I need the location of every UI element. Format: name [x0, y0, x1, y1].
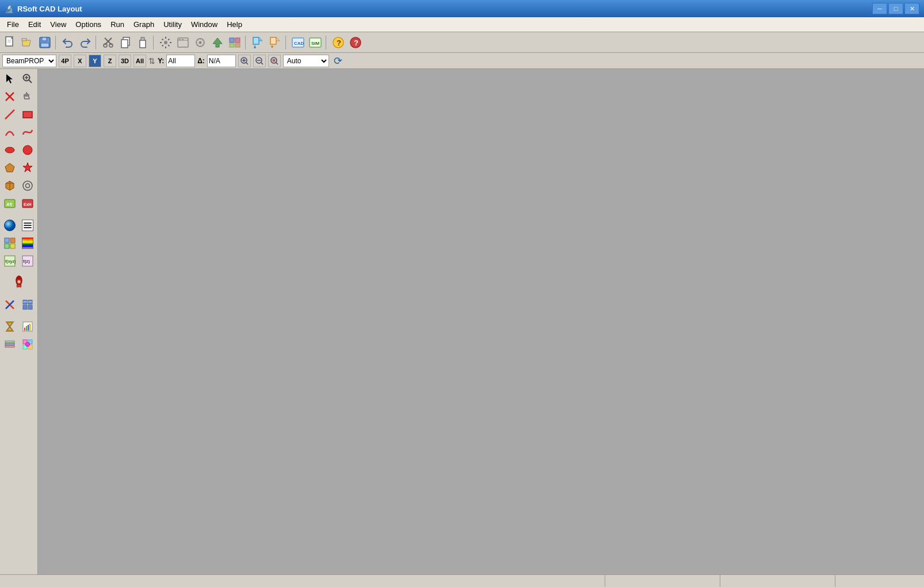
menu-graph[interactable]: Graph	[129, 19, 159, 30]
rocket-tool-button[interactable]	[1, 274, 36, 291]
text-tool-button[interactable]: A¶	[1, 195, 18, 212]
zoom-fit-button[interactable]	[268, 55, 281, 67]
title-bar: 🔬 RSoft CAD Layout ─ □ ✕	[0, 0, 924, 17]
3d-button[interactable]: 3D	[119, 55, 131, 67]
svg-marker-23	[213, 38, 222, 47]
cut-button[interactable]	[100, 34, 116, 51]
gear1-button[interactable]	[158, 34, 174, 51]
svg-text:?: ?	[337, 39, 341, 47]
grid-tool-button[interactable]	[1, 235, 18, 252]
redo-button[interactable]	[77, 34, 93, 51]
circle-tool-button[interactable]	[19, 141, 36, 159]
line-tool-button[interactable]	[1, 106, 18, 123]
menu-view[interactable]: View	[45, 19, 71, 30]
svg-text:ExH: ExH	[24, 202, 32, 206]
rect-tool-button[interactable]	[19, 106, 36, 123]
ring-tool-button[interactable]	[19, 177, 36, 194]
menu-file[interactable]: File	[2, 19, 24, 30]
select-cursor-button[interactable]	[1, 70, 18, 87]
arrange-button[interactable]	[227, 34, 243, 51]
help1-button[interactable]: ?	[330, 34, 346, 51]
all-button[interactable]: All	[133, 55, 146, 67]
puzzle-tool-button[interactable]	[19, 336, 36, 353]
close-button[interactable]: ✕	[904, 3, 919, 14]
4p-button[interactable]: 4P	[59, 55, 71, 67]
sim-button[interactable]: SIM	[307, 34, 323, 51]
svg-text:SIM: SIM	[311, 41, 320, 46]
list-tool-button[interactable]	[19, 217, 36, 234]
menu-options[interactable]: Options	[71, 19, 106, 30]
menu-help[interactable]: Help	[222, 19, 247, 30]
shape3d-tool-button[interactable]	[1, 177, 18, 194]
svg-rect-15	[142, 37, 144, 39]
chart-tool-button[interactable]	[19, 318, 36, 335]
cross-tool-button[interactable]	[1, 88, 18, 105]
status-seg-3	[720, 575, 835, 587]
open-button[interactable]	[20, 34, 36, 51]
refresh-button[interactable]: ⟳	[331, 54, 345, 68]
new-button[interactable]	[2, 34, 18, 51]
delta-input[interactable]	[207, 55, 236, 67]
up-arrow-button[interactable]	[209, 34, 226, 51]
svg-text:f(xyz): f(xyz)	[5, 259, 16, 264]
ellipse-tool-button[interactable]	[1, 141, 18, 159]
hourglass-tool-button[interactable]	[1, 318, 18, 335]
hand-tool-button[interactable]	[19, 88, 36, 105]
help2-button[interactable]: ?	[348, 34, 364, 51]
mode-select[interactable]: BeamPROP FullWAVE BandSOLVE DiffractMOD	[2, 55, 56, 67]
svg-line-49	[261, 62, 263, 64]
colorbar-tool-button[interactable]	[19, 235, 36, 252]
svg-rect-79	[5, 244, 9, 248]
svg-rect-78	[10, 238, 15, 243]
restore-button[interactable]: □	[888, 3, 903, 14]
svg-rect-87	[17, 285, 21, 287]
copy-button[interactable]	[117, 34, 133, 51]
y-input[interactable]	[166, 55, 195, 67]
menu-window[interactable]: Window	[186, 19, 222, 30]
cross2-tool-button[interactable]	[1, 296, 18, 313]
z-button[interactable]: Z	[104, 55, 116, 67]
sep2	[96, 36, 98, 49]
star-tool-button[interactable]	[19, 159, 36, 177]
x-button[interactable]: X	[74, 55, 86, 67]
export-button[interactable]	[250, 34, 266, 51]
svg-point-66	[23, 145, 32, 155]
layers-tool-button[interactable]	[1, 336, 18, 353]
curve-tool-button[interactable]	[19, 124, 36, 141]
zoom-out-button[interactable]	[253, 55, 266, 67]
paste-button[interactable]	[135, 34, 151, 51]
grid2-tool-button[interactable]	[19, 296, 36, 313]
gear2-button[interactable]	[175, 34, 191, 51]
minimize-button[interactable]: ─	[872, 3, 887, 14]
globe-tool-button[interactable]	[1, 217, 18, 234]
menu-run[interactable]: Run	[106, 19, 129, 30]
svg-rect-25	[235, 38, 240, 43]
polygon-tool-button[interactable]	[1, 159, 18, 177]
lt-row-3	[1, 106, 36, 123]
zoom-select[interactable]: Auto 25% 50% 75% 100% 150% 200%	[283, 55, 329, 67]
extrude-tool-button[interactable]: ExH	[19, 195, 36, 212]
zoom-tool-button[interactable]	[19, 70, 36, 87]
menu-edit[interactable]: Edit	[24, 19, 45, 30]
lt-sep-2	[1, 270, 36, 274]
function-tool-button[interactable]: f(z)	[19, 252, 36, 270]
cad-button[interactable]: CAD	[290, 34, 306, 51]
xyz-tool-button[interactable]: f(xyz)	[1, 252, 18, 270]
undo-button[interactable]	[60, 34, 76, 51]
y-button[interactable]: Y	[89, 55, 101, 67]
menu-utility[interactable]: Utility	[159, 19, 186, 30]
save-button[interactable]	[37, 34, 53, 51]
canvas-area[interactable]	[38, 69, 924, 574]
sep4	[245, 36, 247, 49]
zoom-in-button[interactable]	[238, 55, 251, 67]
import-button[interactable]	[267, 34, 283, 51]
gear3-button[interactable]	[192, 34, 208, 51]
lt-row-6	[1, 159, 36, 177]
y-label: Y:	[158, 57, 164, 65]
sep3	[153, 36, 155, 49]
arc-tool-button[interactable]	[1, 124, 18, 141]
svg-text:A¶: A¶	[6, 202, 13, 207]
svg-marker-88	[16, 285, 17, 289]
svg-rect-5	[42, 37, 47, 41]
lt-row-5	[1, 141, 36, 159]
